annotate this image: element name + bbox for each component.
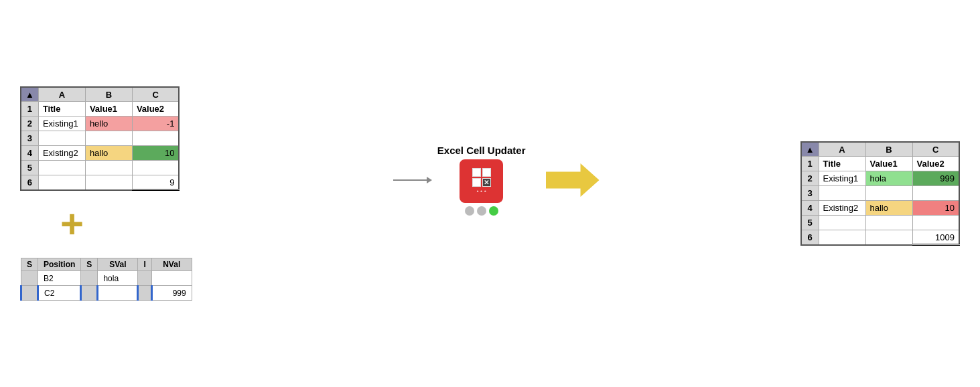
table-row: 5	[801, 216, 959, 230]
table-row: 6 9	[21, 175, 179, 190]
input-col-s2: S	[81, 258, 98, 271]
corner-cell: ▲	[21, 87, 38, 102]
table-row: 4 Existing2 hallo 10	[21, 146, 179, 161]
dot-3-green	[489, 206, 498, 216]
arrow-head	[427, 177, 432, 183]
sval-r1: hola	[98, 271, 138, 286]
right-spreadsheet: ▲ A B C 1 Title Value1 Value2 2 Existing…	[800, 141, 960, 246]
input-col-nval: NVal	[151, 258, 192, 271]
right-cell-c3	[912, 186, 959, 201]
list-item: B2 hola	[21, 271, 192, 286]
cell-a4: Existing2	[38, 146, 85, 161]
list-item: C2 999	[21, 286, 192, 301]
right-cell-c1: Value2	[912, 157, 959, 171]
cell-b4: hallo	[85, 146, 132, 161]
icon-cell-3	[472, 178, 481, 187]
right-cell-a3	[819, 186, 865, 201]
type-badge-s2-r1	[81, 271, 98, 286]
component-label: Excel Cell Updater	[437, 145, 526, 156]
type-badge-s1-r2	[21, 286, 38, 301]
row-3-header: 3	[21, 131, 38, 146]
position-r1: B2	[38, 271, 81, 286]
type-badge-s1-r1	[21, 271, 38, 286]
cell-a6	[38, 175, 85, 190]
right-cell-b4: hallo	[865, 201, 912, 216]
right-row-4-header: 4	[801, 201, 819, 216]
table-row: 1 Title Value1 Value2	[801, 157, 959, 171]
right-cell-c4: 10	[912, 201, 959, 216]
right-row-1-header: 1	[801, 157, 819, 171]
table-row: 4 Existing2 hallo 10	[801, 201, 959, 216]
right-cell-b3	[865, 186, 912, 201]
col-b-header: B	[85, 87, 132, 102]
sval-r2	[98, 286, 138, 301]
input-table: S Position S SVal I NVal B2 hola	[20, 258, 192, 301]
cell-c3	[132, 131, 179, 146]
dot-2	[477, 206, 486, 216]
input-col-sval: SVal	[98, 258, 138, 271]
position-r2: C2	[38, 286, 81, 301]
input-col-i: I	[138, 258, 151, 271]
table-row: 6 1009	[801, 230, 959, 245]
right-cell-c6: 1009	[912, 230, 959, 245]
right-cell-b1: Value1	[865, 157, 912, 171]
plus-symbol: +	[60, 204, 84, 244]
table-row: 2 Existing1 hola 999	[801, 171, 959, 186]
cell-c1: Value2	[132, 102, 179, 117]
icon-cell-1	[472, 168, 481, 177]
component-icon-box[interactable]: ✕ • • •	[460, 159, 503, 203]
arrow-line	[393, 179, 427, 181]
right-cell-b6	[865, 230, 912, 245]
right-corner-cell: ▲	[801, 142, 819, 157]
table-row: 1 Title Value1 Value2	[21, 102, 179, 117]
cell-c5	[132, 161, 179, 175]
type-badge-i-r1	[138, 271, 151, 286]
col-c-header: C	[132, 87, 179, 102]
right-cell-a2: Existing1	[819, 171, 865, 186]
input-arrow	[393, 177, 432, 183]
right-cell-a4: Existing2	[819, 201, 865, 216]
dot-1	[465, 206, 474, 216]
right-cell-b2: hola	[865, 171, 912, 186]
input-col-position: Position	[38, 258, 81, 271]
row-2-header: 2	[21, 117, 38, 131]
row-4-header: 4	[21, 146, 38, 161]
right-cell-c2: 999	[912, 171, 959, 186]
right-col-a-header: A	[819, 142, 865, 157]
cell-c2: -1	[132, 117, 179, 131]
nval-r1	[151, 271, 192, 286]
row-1-header: 1	[21, 102, 38, 117]
right-cell-a6	[819, 230, 865, 245]
cell-a1: Title	[38, 102, 85, 117]
left-spreadsheet: ▲ A B C 1 Title Value1 Value2 2 Existing…	[20, 86, 180, 191]
cell-a3	[38, 131, 85, 146]
cell-a5	[38, 161, 85, 175]
cell-b2: hello	[85, 117, 132, 131]
right-col-c-header: C	[912, 142, 959, 157]
type-badge-s2-r2	[81, 286, 98, 301]
right-row-5-header: 5	[801, 216, 819, 230]
right-cell-a1: Title	[819, 157, 865, 171]
cell-b5	[85, 161, 132, 175]
cell-b3	[85, 131, 132, 146]
nval-r2: 999	[151, 286, 192, 301]
right-row-6-header: 6	[801, 230, 819, 245]
row-5-header: 5	[21, 161, 38, 175]
cell-b6	[85, 175, 132, 190]
right-cell-c5	[912, 216, 959, 230]
row-6-header: 6	[21, 175, 38, 190]
right-col-b-header: B	[865, 142, 912, 157]
right-cell-b5	[865, 216, 912, 230]
type-badge-i-r2	[138, 286, 151, 301]
col-a-header: A	[38, 87, 85, 102]
component-status-dots	[465, 206, 498, 216]
cell-b1: Value1	[85, 102, 132, 117]
right-row-3-header: 3	[801, 186, 819, 201]
big-arrow-shape	[546, 163, 600, 197]
cell-c6: 9	[132, 175, 179, 190]
output-arrow	[546, 163, 600, 197]
table-row: 5	[21, 161, 179, 175]
input-col-s1: S	[21, 258, 38, 271]
table-row: 3	[21, 131, 179, 146]
right-row-2-header: 2	[801, 171, 819, 186]
